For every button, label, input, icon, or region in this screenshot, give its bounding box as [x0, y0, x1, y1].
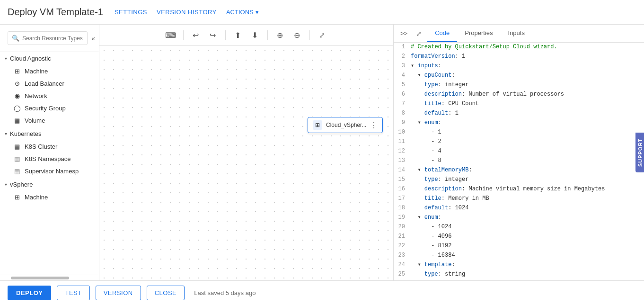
code-line: 24 ▾ template: — [394, 260, 644, 270]
redo-button[interactable]: ↪ — [206, 28, 220, 42]
code-line: 1 # Created by Quickstart/Setup Cloud wi… — [394, 43, 644, 52]
category-header-cloud-agnostic[interactable]: ▾ Cloud Agnostic — [0, 52, 99, 65]
resource-types-sidebar: 🔍 « ▾ Cloud Agnostic ⊞ Machine ⊙ Load Ba… — [0, 25, 99, 280]
category-label: vSphere — [10, 181, 33, 188]
resource-label: Network — [25, 92, 47, 99]
code-line: 7 title: CPU Count — [394, 99, 644, 109]
resource-item-security-group[interactable]: ◯ Security Group — [0, 102, 99, 114]
zoom-out-button[interactable]: ⊖ — [291, 28, 304, 42]
resource-label: Load Balancer — [25, 80, 64, 87]
version-button[interactable]: VERSION — [96, 286, 141, 300]
resource-item-machine-vsphere[interactable]: ⊞ Machine — [0, 191, 99, 203]
tab-code[interactable]: Code — [427, 25, 457, 42]
canvas-area: ⌨ ↩ ↪ ⬆ ⬇ ⊕ ⊖ ⤢ ⊞ Cloud_vSpher... ⋮ — [99, 25, 393, 280]
header-nav: SETTINGS VERSION HISTORY ACTIONS ▾ — [115, 9, 259, 16]
design-canvas[interactable]: ⊞ Cloud_vSpher... ⋮ — [99, 46, 393, 280]
resource-label: Machine — [25, 68, 48, 75]
main-content: 🔍 « ▾ Cloud Agnostic ⊞ Machine ⊙ Load Ba… — [0, 25, 644, 280]
code-line: 2 formatVersion: 1 — [394, 52, 644, 62]
toolbar-divider-2 — [225, 30, 226, 40]
footer: DEPLOY TEST VERSION CLOSE Last saved 5 d… — [0, 280, 644, 305]
code-panel: >> ⤢ Code Properties Inputs 1 # Created … — [393, 25, 644, 280]
code-line: 19 ▾ enum: — [394, 213, 644, 223]
code-line: 11 - 2 — [394, 137, 644, 147]
code-line: 9 ▾ enum: — [394, 118, 644, 128]
resource-item-volume[interactable]: ▦ Volume — [0, 114, 99, 126]
code-line: 22 - 8192 — [394, 242, 644, 251]
resource-item-k8s-namespace[interactable]: ▤ K8S Namespace — [0, 152, 99, 165]
k8s-namespace-icon: ▤ — [13, 155, 21, 162]
category-label: Kubernetes — [10, 130, 42, 137]
upload-button[interactable]: ⬆ — [231, 28, 245, 42]
code-line: 23 - 16384 — [394, 251, 644, 260]
toolbar-divider-4 — [309, 30, 310, 40]
support-tab[interactable]: SUPPORT — [635, 133, 644, 172]
resource-label: K8S Namespace — [25, 155, 71, 162]
close-button[interactable]: CLOSE — [147, 286, 185, 300]
chevron-down-icon: ▾ — [5, 56, 7, 61]
deploy-button[interactable]: DEPLOY — [8, 286, 51, 300]
expand-button[interactable]: ⤢ — [316, 28, 329, 42]
resource-label: K8S Cluster — [25, 143, 57, 150]
sidebar-categories: ▾ Cloud Agnostic ⊞ Machine ⊙ Load Balanc… — [0, 52, 99, 275]
code-panel-tabs: >> ⤢ Code Properties Inputs — [394, 25, 644, 43]
code-line: 5 type: integer — [394, 81, 644, 90]
resource-label: Supervisor Namesp — [25, 168, 79, 175]
code-line: 26 title: VM Template — [394, 279, 644, 280]
tab-properties[interactable]: Properties — [457, 25, 500, 42]
category-vsphere: ▾ vSphere ⊞ Machine — [0, 178, 99, 203]
undo-button[interactable]: ↩ — [189, 28, 203, 42]
machine-icon: ⊞ — [13, 67, 21, 75]
resource-item-machine-agnostic[interactable]: ⊞ Machine — [0, 65, 99, 77]
code-line: 25 type: string — [394, 270, 644, 279]
resource-label: Volume — [25, 117, 45, 124]
toolbar-divider-3 — [267, 30, 268, 40]
security-group-icon: ◯ — [13, 104, 21, 112]
resource-label: Machine — [25, 194, 48, 201]
code-line: 15 type: integer — [394, 175, 644, 185]
node-icon: ⊞ — [313, 120, 322, 130]
category-header-kubernetes[interactable]: ▾ Kubernetes — [0, 127, 99, 140]
supervisor-namespace-icon: ▤ — [13, 167, 21, 175]
code-line: 3 ▾ inputs: — [394, 62, 644, 71]
search-resource-types[interactable]: 🔍 — [8, 31, 88, 45]
page-title: Deploy VM Template-1 — [8, 7, 103, 18]
machine-vsphere-icon: ⊞ — [13, 193, 21, 201]
settings-link[interactable]: SETTINGS — [115, 9, 147, 16]
search-icon: 🔍 — [12, 35, 19, 42]
code-line: 21 - 4096 — [394, 232, 644, 242]
resource-item-supervisor-namespace[interactable]: ▤ Supervisor Namesp — [0, 165, 99, 177]
resource-item-k8s-cluster[interactable]: ▤ K8S Cluster — [0, 140, 99, 152]
canvas-node-cloud-vsphere[interactable]: ⊞ Cloud_vSpher... ⋮ — [308, 117, 383, 133]
node-menu-button[interactable]: ⋮ — [370, 121, 378, 130]
category-header-vsphere[interactable]: ▾ vSphere — [0, 178, 99, 191]
resource-item-network[interactable]: ◉ Network — [0, 90, 99, 102]
code-line: 10 - 1 — [394, 128, 644, 137]
code-line: 8 default: 1 — [394, 109, 644, 118]
code-line: 18 default: 1024 — [394, 204, 644, 213]
test-button[interactable]: TEST — [57, 286, 89, 300]
chevron-down-icon: ▾ — [256, 9, 259, 16]
code-line: 17 title: Memory in MB — [394, 194, 644, 204]
zoom-in-button[interactable]: ⊕ — [273, 28, 287, 42]
code-line: 14 ▾ totalMemoryMB: — [394, 166, 644, 175]
expand-code-button[interactable]: >> — [397, 26, 410, 41]
keyboard-button[interactable]: ⌨ — [164, 28, 177, 42]
volume-icon: ▦ — [13, 117, 21, 124]
category-cloud-agnostic: ▾ Cloud Agnostic ⊞ Machine ⊙ Load Balanc… — [0, 52, 99, 126]
collapse-sidebar-button[interactable]: « — [91, 35, 95, 42]
actions-dropdown[interactable]: ACTIONS ▾ — [226, 9, 259, 16]
tab-inputs[interactable]: Inputs — [501, 25, 532, 42]
app-header: Deploy VM Template-1 SETTINGS VERSION HI… — [0, 0, 644, 25]
code-editor[interactable]: 1 # Created by Quickstart/Setup Cloud wi… — [394, 43, 644, 280]
search-input[interactable] — [22, 35, 83, 42]
load-balancer-icon: ⊙ — [13, 80, 21, 87]
version-history-link[interactable]: VERSION HISTORY — [157, 9, 217, 16]
resource-item-load-balancer[interactable]: ⊙ Load Balancer — [0, 77, 99, 90]
sidebar-scrollbar[interactable] — [0, 275, 99, 280]
external-link-button[interactable]: ⤢ — [413, 26, 424, 41]
code-line: 20 - 1024 — [394, 223, 644, 232]
toolbar-divider — [183, 30, 184, 40]
download-button[interactable]: ⬇ — [248, 28, 262, 42]
sidebar-header: 🔍 « — [0, 25, 99, 52]
